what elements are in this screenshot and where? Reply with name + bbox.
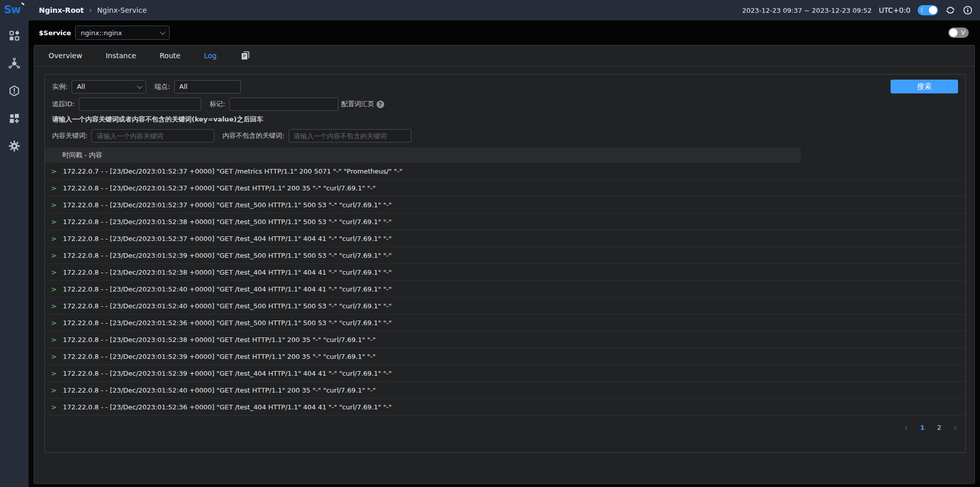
log-line: 172.22.0.7 - - [23/Dec/2023:01:52:37 +00… [63,167,402,175]
log-row[interactable]: >172.22.0.8 - - [23/Dec/2023:01:52:37 +0… [45,230,965,247]
log-line: 172.22.0.8 - - [23/Dec/2023:01:52:40 +00… [63,386,376,394]
log-row[interactable]: >172.22.0.8 - - [23/Dec/2023:01:52:36 +0… [45,399,965,416]
log-row[interactable]: >172.22.0.8 - - [23/Dec/2023:01:52:38 +0… [45,331,965,348]
topbar-controls: 2023-12-23 09:37 ~ 2023-12-23 09:52 UTC+… [742,5,973,15]
log-rows: >172.22.0.7 - - [23/Dec/2023:01:52:37 +0… [45,163,965,416]
log-row[interactable]: >172.22.0.8 - - [23/Dec/2023:01:52:40 +0… [45,281,965,298]
config-vocab-link[interactable]: 配置词汇页 [341,100,375,109]
log-row[interactable]: >172.22.0.8 - - [23/Dec/2023:01:52:37 +0… [45,180,965,197]
timezone-label: UTC+0:0 [879,6,911,14]
include-keyword-input[interactable] [91,129,214,142]
sidebar: Sw [0,0,29,487]
refresh-icon[interactable] [945,5,955,15]
topology-icon[interactable] [8,57,20,69]
log-row[interactable]: >172.22.0.8 - - [23/Dec/2023:01:52:39 +0… [45,247,965,264]
log-row[interactable]: >172.22.0.8 - - [23/Dec/2023:01:52:40 +0… [45,382,965,399]
log-line: 172.22.0.8 - - [23/Dec/2023:01:52:37 +00… [63,235,392,242]
exclude-keyword-label: 内容不包含的关键词: [222,131,284,140]
expand-arrow-icon[interactable]: > [51,302,56,310]
logo-text: Sw [4,4,21,16]
filter-row-2: 追踪ID: 标记: 配置词汇页 ? [52,98,958,111]
trace-id-input[interactable] [79,98,201,111]
prev-page-icon[interactable]: ‹ [904,423,908,432]
page-1-button[interactable]: 1 [920,424,925,431]
chevron-down-icon [137,83,143,88]
exclude-keyword-input[interactable] [289,129,411,142]
log-row[interactable]: >172.22.0.8 - - [23/Dec/2023:01:52:37 +0… [45,197,965,213]
expand-arrow-icon[interactable]: > [51,319,56,327]
skywalking-app: Sw [0,0,980,487]
moon-icon: ☾ [920,7,926,13]
top-bar: Nginx-Root › Nginx-Service 2023-12-23 09… [29,0,980,20]
log-row[interactable]: >172.22.0.8 - - [23/Dec/2023:01:52:39 +0… [45,348,965,365]
instance-select-value: All [77,83,85,90]
expand-arrow-icon[interactable]: > [51,403,56,411]
endpoint-input[interactable] [174,80,241,93]
expand-arrow-icon[interactable]: > [51,386,56,394]
log-table-header: 时间戳 - 内容 [45,148,801,163]
log-line: 172.22.0.8 - - [23/Dec/2023:01:52:39 +00… [63,370,392,377]
toggle-knob [949,29,958,37]
log-table-header-label: 时间戳 - 内容 [45,151,102,160]
expand-arrow-icon[interactable]: > [51,252,56,259]
page-2-button[interactable]: 2 [937,424,941,431]
tab-route[interactable]: Route [159,52,180,60]
info-icon[interactable] [963,5,973,15]
dashboards-icon[interactable] [8,112,20,125]
skywalking-logo[interactable]: Sw [4,0,25,20]
log-widget: 实例: All 端点: 搜索 追踪ID: 标记: 配置词汇页 [44,74,966,453]
log-row[interactable]: >172.22.0.8 - - [23/Dec/2023:01:52:36 +0… [45,314,965,331]
tag-label: 标记: [209,100,225,109]
log-row[interactable]: >172.22.0.8 - - [23/Dec/2023:01:52:38 +0… [45,264,965,281]
expand-arrow-icon[interactable]: > [51,235,56,242]
log-line: 172.22.0.8 - - [23/Dec/2023:01:52:36 +00… [63,403,392,411]
breadcrumb-leaf[interactable]: Nginx-Service [97,6,147,14]
expand-arrow-icon[interactable]: > [51,167,56,175]
instance-label: 实例: [52,82,67,91]
expand-arrow-icon[interactable]: > [51,353,56,360]
expand-arrow-icon[interactable]: > [51,285,56,293]
marketplace-icon[interactable] [8,30,20,42]
settings-gear-icon[interactable] [8,140,20,152]
log-row[interactable]: >172.22.0.8 - - [23/Dec/2023:01:52:38 +0… [45,213,965,230]
breadcrumb-chevron-icon: › [89,6,92,15]
endpoint-label: 端点: [154,82,170,91]
time-range-picker[interactable]: 2023-12-23 09:37 ~ 2023-12-23 09:52 [742,7,872,14]
service-select[interactable]: nginx::nginx [75,26,170,40]
expand-arrow-icon[interactable]: > [51,370,56,377]
service-select-value: nginx::nginx [81,29,122,37]
dark-mode-toggle[interactable]: ☾ [918,5,938,15]
tab-log[interactable]: Log [204,52,217,60]
trace-id-label: 追踪ID: [52,100,75,109]
log-row[interactable]: >172.22.0.8 - - [23/Dec/2023:01:52:40 +0… [45,298,965,314]
expand-arrow-icon[interactable]: > [51,269,56,276]
breadcrumb-root[interactable]: Nginx-Root [39,6,84,14]
expand-arrow-icon[interactable]: > [51,184,56,192]
expand-arrow-icon[interactable]: > [51,201,56,209]
log-line: 172.22.0.8 - - [23/Dec/2023:01:52:38 +00… [63,218,392,226]
log-filters: 实例: All 端点: 搜索 追踪ID: 标记: 配置词汇页 [45,75,965,142]
help-icon[interactable]: ? [377,101,384,108]
tag-input[interactable] [229,98,338,111]
dashboard-panel: Overview Instance Route Log 实例: All [34,45,975,484]
tab-instance[interactable]: Instance [106,52,136,60]
next-page-icon[interactable]: › [953,423,957,432]
config-vocab: 配置词汇页 ? [341,100,384,109]
instance-select[interactable]: All [72,80,146,93]
filter-row-3: 内容关键词: 内容不包含的关键词: [52,129,958,142]
log-line: 172.22.0.8 - - [23/Dec/2023:01:52:39 +00… [63,353,376,360]
search-button[interactable]: 搜索 [891,80,958,93]
version-toggle[interactable]: V [948,28,969,38]
chevron-down-icon [160,29,166,35]
log-line: 172.22.0.8 - - [23/Dec/2023:01:52:40 +00… [63,285,392,293]
expand-arrow-icon[interactable]: > [51,218,56,226]
tab-overview[interactable]: Overview [49,52,82,60]
log-row[interactable]: >172.22.0.8 - - [23/Dec/2023:01:52:39 +0… [45,365,965,382]
service-label: $Service [39,29,71,37]
copy-icon[interactable] [240,51,250,61]
include-keyword-label: 内容关键词: [52,131,87,140]
alerting-icon[interactable] [8,85,20,97]
expand-arrow-icon[interactable]: > [51,336,56,344]
sidebar-nav [8,30,20,152]
log-row[interactable]: >172.22.0.7 - - [23/Dec/2023:01:52:37 +0… [45,163,965,180]
